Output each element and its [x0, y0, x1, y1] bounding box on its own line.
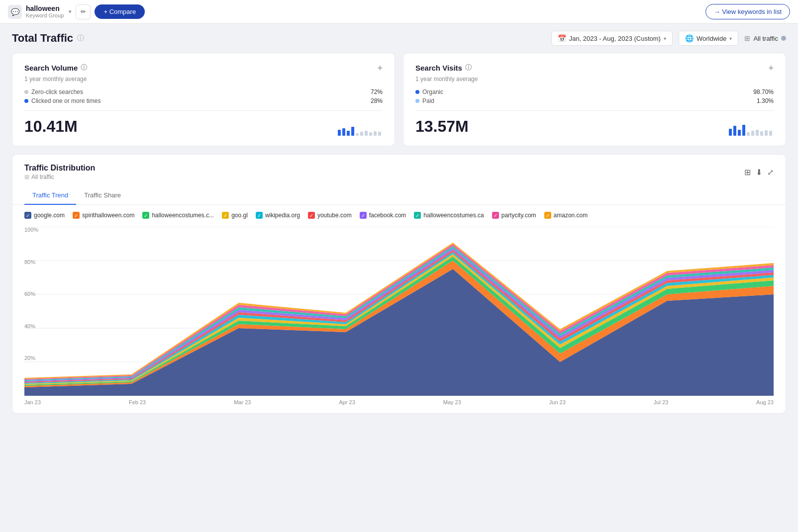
x-label-aug: Aug 23 — [756, 399, 774, 405]
traffic-filter: ⊞ All traffic — [744, 34, 786, 42]
svg-rect-5 — [360, 132, 363, 136]
page-title: Total Traffic — [12, 32, 73, 45]
svg-rect-12 — [738, 130, 741, 136]
clicked-value: 28% — [371, 97, 383, 104]
search-visits-info-icon[interactable]: ⓘ — [465, 63, 472, 72]
legend-amazon[interactable]: ✓ amazon.com — [544, 212, 588, 219]
dist-actions: ⊞ ⬇ ⤢ — [744, 168, 774, 177]
x-label-jun: Jun 23 — [549, 399, 566, 405]
legend-check-googl: ✓ — [222, 212, 229, 219]
excel-export-button[interactable]: ⊞ — [744, 168, 751, 177]
search-volume-subtitle: 1 year monthly average — [24, 76, 383, 83]
traffic-filter-label: All traffic — [753, 35, 778, 42]
page-header: Total Traffic ⓘ 📅 Jan, 2023 - Aug, 2023 … — [0, 24, 798, 53]
dist-header-left: Traffic Distribution ⊞ All traffic — [24, 164, 95, 180]
legend-check-hcostumes: ✓ — [142, 212, 149, 219]
svg-rect-9 — [378, 132, 381, 136]
organic-value: 98.70% — [753, 89, 774, 95]
legend-facebook[interactable]: ✓ facebook.com — [360, 212, 406, 219]
clicked-dot — [24, 99, 28, 103]
geo-filter-arrow: ▾ — [729, 36, 732, 41]
calendar-icon: 📅 — [558, 34, 566, 42]
svg-rect-0 — [338, 130, 341, 136]
search-volume-info-icon[interactable]: ⓘ — [81, 63, 87, 72]
keyword-group-icon: 💬 — [8, 5, 22, 19]
keyword-group-dropdown[interactable]: ▾ — [69, 8, 72, 15]
legend-hcostumes-ca[interactable]: ✓ halloweencostumes.ca — [414, 212, 484, 219]
legend-google[interactable]: ✓ google.com — [24, 212, 65, 219]
paid-value: 1.30% — [757, 97, 774, 104]
paid-label: Paid — [415, 97, 434, 104]
legend-youtube[interactable]: ✓ youtube.com — [308, 212, 352, 219]
tab-traffic-share[interactable]: Traffic Share — [76, 186, 129, 205]
svg-rect-1 — [342, 128, 345, 136]
svg-rect-18 — [765, 130, 768, 136]
search-visits-card: Search Visits ⓘ + 1 year monthly average… — [403, 53, 786, 146]
zero-click-row: Zero-click searches 72% — [24, 89, 383, 95]
svg-rect-19 — [769, 131, 772, 136]
date-filter-label: Jan, 2023 - Aug, 2023 (Custom) — [569, 35, 661, 42]
search-visits-add[interactable]: + — [768, 63, 774, 74]
download-button[interactable]: ⬇ — [756, 168, 762, 177]
date-filter[interactable]: 📅 Jan, 2023 - Aug, 2023 (Custom) ▾ — [551, 31, 673, 46]
geo-filter[interactable]: 🌐 Worldwide ▾ — [679, 31, 738, 46]
view-keywords-button[interactable]: → View keywords in list — [705, 4, 790, 19]
legend-check-facebook: ✓ — [360, 212, 367, 219]
legend-check-partycity: ✓ — [492, 212, 499, 219]
traffic-chart — [24, 227, 774, 396]
date-filter-arrow: ▾ — [664, 36, 666, 41]
x-label-mar: Mar 23 — [234, 399, 251, 405]
edit-button[interactable]: ✏ — [76, 4, 91, 19]
x-label-feb: Feb 23 — [129, 399, 146, 405]
clicked-row: Clicked one or more times 28% — [24, 97, 383, 104]
main-content: Search Volume ⓘ + 1 year monthly average… — [0, 53, 798, 426]
search-volume-metrics: Zero-click searches 72% Clicked one or m… — [24, 89, 383, 104]
search-volume-bottom: 10.41M — [24, 116, 383, 136]
organic-dot — [415, 90, 419, 94]
legend-partycity[interactable]: ✓ partycity.com — [492, 212, 536, 219]
svg-rect-11 — [733, 126, 736, 136]
zero-click-value: 72% — [371, 89, 383, 95]
topbar-left: 💬 halloween Keyword Group ▾ ✏ + Compare — [8, 4, 145, 19]
legend-check-spirit: ✓ — [73, 212, 80, 219]
legend-check-google: ✓ — [24, 212, 31, 219]
legend-spirit[interactable]: ✓ spirithalloween.com — [73, 212, 134, 219]
x-label-jul: Jul 23 — [654, 399, 668, 405]
cards-row: Search Volume ⓘ + 1 year monthly average… — [12, 53, 786, 146]
search-volume-add[interactable]: + — [377, 63, 383, 74]
legend-wikipedia[interactable]: ✓ wikipedia.org — [256, 212, 300, 219]
globe-icon: 🌐 — [685, 34, 694, 42]
keyword-group-sub: Keyword Group — [26, 12, 64, 19]
dist-subtitle-icon: ⊞ — [24, 174, 29, 180]
legend-check-wikipedia: ✓ — [256, 212, 263, 219]
paid-dot — [415, 99, 419, 103]
x-label-jan: Jan 23 — [24, 399, 41, 405]
x-label-apr: Apr 23 — [339, 399, 355, 405]
page-title-info-icon[interactable]: ⓘ — [77, 34, 84, 43]
share-button[interactable]: ⤢ — [767, 168, 774, 177]
zero-click-label: Zero-click searches — [24, 89, 83, 95]
topbar: 💬 halloween Keyword Group ▾ ✏ + Compare … — [0, 0, 798, 24]
organic-label: Organic — [415, 89, 443, 95]
search-visits-subtitle: 1 year monthly average — [415, 76, 774, 83]
clicked-label: Clicked one or more times — [24, 97, 100, 104]
legend-googl[interactable]: ✓ goo.gl — [222, 212, 248, 219]
svg-rect-14 — [747, 132, 750, 136]
search-volume-mini-chart — [338, 116, 383, 136]
svg-rect-13 — [742, 125, 745, 136]
zero-click-dot — [24, 90, 28, 94]
svg-rect-16 — [756, 130, 759, 136]
page-title-row: Total Traffic ⓘ — [12, 32, 84, 45]
tab-traffic-trend[interactable]: Traffic Trend — [24, 186, 76, 205]
search-volume-card: Search Volume ⓘ + 1 year monthly average… — [12, 53, 395, 146]
dist-header: Traffic Distribution ⊞ All traffic ⊞ ⬇ ⤢ — [12, 155, 786, 186]
search-visits-title: Search Visits ⓘ — [415, 63, 472, 72]
keyword-group-title: halloween — [26, 4, 64, 13]
svg-rect-6 — [365, 131, 368, 136]
svg-rect-10 — [729, 129, 732, 136]
header-filters: 📅 Jan, 2023 - Aug, 2023 (Custom) ▾ 🌐 Wor… — [551, 31, 786, 46]
legend-hcostumes[interactable]: ✓ halloweencostumes.c... — [142, 212, 214, 219]
compare-button[interactable]: + Compare — [95, 4, 145, 19]
search-visits-header: Search Visits ⓘ + — [415, 63, 774, 74]
search-visits-bottom: 13.57M — [415, 116, 774, 136]
